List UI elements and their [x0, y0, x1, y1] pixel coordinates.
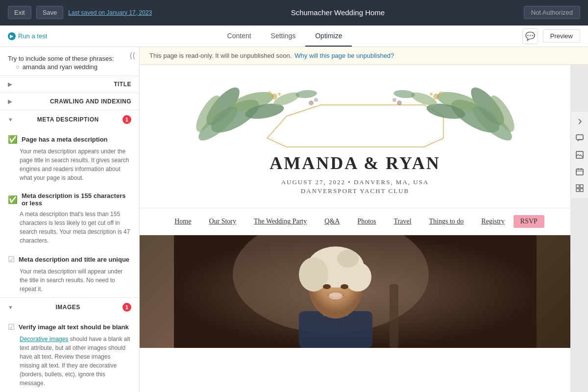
svg-point-22: [439, 91, 443, 95]
preview-area: AMANDA & RYAN AUGUST 27, 2022 • DANVERS,…: [140, 65, 588, 392]
section-images: ▼ IMAGES 1 ☑ Verify image alt text shoul…: [0, 297, 139, 392]
sub-header: ▶ Run a test Content Settings Optimize 💬…: [0, 25, 588, 47]
nav-wedding-party[interactable]: The Wedding Party: [245, 218, 316, 225]
collapse-sidebar-button[interactable]: ⟨⟨: [129, 51, 135, 60]
alert-bar: This page is read-only. It will be unpub…: [140, 47, 588, 65]
svg-point-18: [271, 94, 277, 99]
nav-qa[interactable]: Q&A: [316, 218, 348, 225]
check-body-rest: should have a blank alt text attribute, …: [20, 336, 130, 387]
section-crawling-label: CRAWLING AND INDEXING: [50, 98, 131, 105]
svg-point-36: [337, 250, 359, 268]
run-test-icon: ▶: [8, 32, 16, 40]
svg-point-21: [433, 94, 439, 99]
nav-rsvp[interactable]: RSVP: [514, 215, 544, 228]
section-images-label: IMAGES: [56, 304, 80, 311]
svg-rect-43: [576, 151, 583, 158]
check-body-text: Your meta description appears under the …: [8, 147, 131, 182]
wedding-names: AMANDA & RYAN: [270, 153, 440, 173]
calendar-icon-button[interactable]: [572, 164, 588, 179]
section-crawling-header[interactable]: ▶ CRAWLING AND INDEXING: [0, 93, 139, 110]
preview-content: AMANDA & RYAN AUGUST 27, 2022 • DANVERS,…: [140, 65, 570, 392]
calendar-icon: [576, 168, 584, 175]
nav-travel[interactable]: Travel: [385, 218, 420, 225]
save-button[interactable]: Save: [36, 6, 64, 19]
check-title-text: Meta description is 155 characters or le…: [22, 192, 131, 207]
floral-decoration: [189, 74, 522, 153]
svg-point-25: [314, 98, 318, 102]
chevron-right-icon: [576, 118, 584, 125]
section-title-header[interactable]: ▶ TITLE: [0, 76, 139, 93]
bullet-icon: ○: [16, 63, 20, 71]
svg-rect-44: [576, 169, 583, 175]
svg-point-20: [278, 93, 281, 96]
not-authorized-button[interactable]: Not Authorized: [524, 6, 580, 19]
main-layout: ⟨⟨ Try to include some of these phrases:…: [0, 47, 588, 392]
check-body-text: Decorative images should have a blank al…: [8, 335, 131, 388]
alert-link[interactable]: Why will this page be unpublished?: [294, 52, 394, 59]
section-images-header[interactable]: ▼ IMAGES 1: [0, 298, 139, 317]
section-meta-header[interactable]: ▼ META DESCRIPTION 1: [0, 110, 139, 129]
exit-button[interactable]: Exit: [8, 6, 31, 19]
svg-rect-46: [580, 185, 583, 188]
check-title-row: ✅ Meta description is 155 characters or …: [8, 192, 131, 207]
svg-point-23: [430, 93, 433, 96]
svg-rect-45: [576, 185, 579, 188]
chevron-down-icon: ▼: [8, 304, 13, 310]
chevron-down-icon: ▼: [8, 117, 13, 122]
check-body-text: A meta description that's less than 155 …: [8, 210, 131, 245]
wedding-nav: Home Our Story The Wedding Party Q&A Pho…: [140, 208, 570, 235]
section-meta: ▼ META DESCRIPTION 1 ✅ Page has a meta d…: [0, 110, 139, 297]
svg-rect-48: [580, 189, 583, 192]
top-bar: Exit Save Last saved on January 17, 2023…: [0, 0, 588, 25]
right-icons-panel: [570, 112, 588, 198]
comment-icon[interactable]: 💬: [522, 28, 538, 44]
top-bar-left: Exit Save Last saved on January 17, 2023: [8, 6, 152, 19]
phrases-label: Try to include some of these phrases:: [8, 55, 114, 62]
grid-icon-button[interactable]: [572, 180, 588, 196]
chat-icon-button[interactable]: [572, 130, 588, 146]
check-gray-icon: ☑: [8, 255, 15, 264]
image-icon-button[interactable]: [572, 147, 588, 163]
phrases-section: Try to include some of these phrases: ○ …: [0, 47, 139, 75]
chevron-right-icon: ▶: [8, 81, 12, 88]
last-saved-label: Last saved on January 17, 2023: [68, 9, 152, 16]
run-test-button[interactable]: ▶ Run a test: [8, 32, 47, 40]
nav-home[interactable]: Home: [166, 218, 200, 225]
svg-point-39: [323, 284, 331, 289]
check-meta-has-description: ✅ Page has a meta description Your meta …: [0, 129, 139, 186]
preview-button[interactable]: Preview: [543, 29, 580, 43]
chat-icon: [576, 134, 584, 142]
check-body-text: Your meta description will appear under …: [8, 267, 131, 294]
tab-optimize[interactable]: Optimize: [305, 26, 352, 47]
check-title-text: Meta description and title are unique: [19, 256, 129, 263]
nav-registry[interactable]: Registry: [472, 218, 513, 225]
chevron-right-icon: ▶: [8, 98, 12, 105]
tab-settings[interactable]: Settings: [261, 26, 306, 47]
check-green-icon: ✅: [8, 195, 18, 204]
nav-our-story[interactable]: Our Story: [200, 218, 245, 225]
images-badge: 1: [122, 303, 131, 312]
phrase-text: amanda and ryan wedding: [23, 63, 98, 71]
image-icon: [576, 151, 584, 159]
svg-marker-0: [267, 105, 443, 147]
section-crawling: ▶ CRAWLING AND INDEXING: [0, 93, 139, 110]
svg-marker-1: [270, 106, 442, 146]
wedding-date: AUGUST 27, 2022 • DANVERS, MA, USA: [281, 178, 429, 186]
panel-toggle-button[interactable]: [572, 114, 588, 129]
svg-point-26: [397, 100, 402, 105]
meta-badge: 1: [122, 115, 131, 124]
run-test-label: Run a test: [18, 32, 47, 40]
nav-things-to-do[interactable]: Things to do: [420, 218, 473, 225]
check-meta-length: ✅ Meta description is 155 characters or …: [0, 186, 139, 249]
decorative-images-link[interactable]: Decorative images: [20, 336, 68, 343]
check-images-alt: ☑ Verify image alt text should be blank …: [0, 317, 139, 392]
nav-photos[interactable]: Photos: [348, 218, 385, 225]
check-gray-icon: ☑: [8, 322, 15, 332]
tab-content[interactable]: Content: [218, 26, 261, 47]
alert-message: This page is read-only. It will be unpub…: [149, 52, 292, 59]
svg-point-15: [295, 89, 317, 99]
section-meta-label: META DESCRIPTION: [37, 116, 99, 123]
page-title: Schumacher Wedding Home: [291, 8, 385, 17]
svg-rect-47: [576, 189, 579, 192]
svg-point-38: [329, 293, 343, 299]
